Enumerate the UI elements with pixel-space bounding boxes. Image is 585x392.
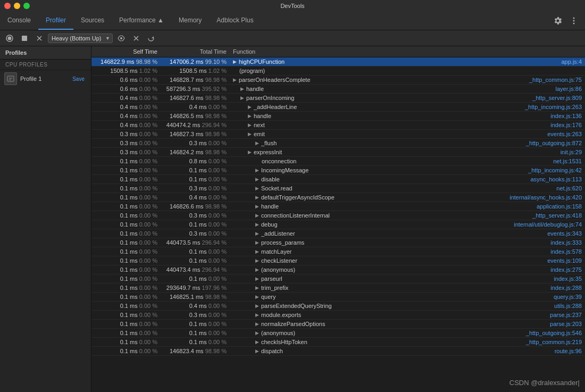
table-row[interactable]: 0.6 ms 0.00 %587296.3 ms 395.92 %▶handle… [91, 85, 585, 94]
expand-arrow-icon[interactable]: ▶ [255, 330, 259, 336]
expand-arrow-icon[interactable]: ▶ [255, 303, 259, 308]
tab-sources[interactable]: Sources [73, 12, 112, 30]
file-link[interactable]: _http_server.js:418 [532, 212, 582, 219]
file-link[interactable]: index.js:288 [550, 285, 582, 291]
eye-icon[interactable] [115, 32, 128, 45]
expand-arrow-icon[interactable]: ▶ [255, 177, 259, 182]
table-row[interactable]: 146822.9 ms 98.98 %147006.2 ms 99.10 %▶h… [91, 57, 585, 66]
view-mode-dropdown[interactable]: Heavy (Bottom Up) Chart Tree (Top Down) [48, 34, 113, 43]
table-row[interactable]: 0.1 ms 0.00 %0.1 ms 0.00 %▶IncomingMessa… [91, 166, 585, 175]
record-icon[interactable] [3, 32, 16, 45]
stop-icon[interactable] [18, 32, 31, 45]
file-link[interactable]: _http_common.js:219 [526, 339, 582, 345]
file-link[interactable]: events.js:263 [547, 131, 582, 137]
expand-arrow-icon[interactable]: ▶ [255, 321, 259, 327]
table-row[interactable]: 0.1 ms 0.00 %0.1 ms 0.00 %▶matchLayerind… [91, 247, 585, 256]
sidebar-profile-1-item[interactable]: Profile 1 Save [0, 70, 91, 87]
close-button[interactable] [4, 3, 11, 9]
file-link[interactable]: internal/util/debuglog.js:74 [514, 221, 582, 228]
file-link[interactable]: index.js:136 [550, 113, 582, 119]
minimize-button[interactable] [14, 3, 20, 9]
table-row[interactable]: 0.1 ms 0.00 %0.8 ms 0.00 %onconnectionne… [91, 157, 585, 166]
expand-arrow-icon[interactable]: ▶ [255, 348, 259, 354]
expand-arrow-icon[interactable]: ▶ [255, 267, 259, 272]
expand-arrow-icon[interactable]: ▶ [255, 285, 259, 290]
file-link[interactable]: _http_outgoing.js:872 [526, 140, 582, 146]
save-profile-button[interactable]: Save [70, 76, 87, 82]
table-row[interactable]: 0.1 ms 0.00 %146826.6 ms 98.98 %▶handlea… [91, 202, 585, 211]
table-row[interactable]: 1508.5 ms 1.02 %1508.5 ms 1.02 %(program… [91, 66, 585, 76]
table-row[interactable]: 0.3 ms 0.00 %146827.3 ms 98.98 %▶emiteve… [91, 130, 585, 139]
expand-arrow-icon[interactable]: ▶ [255, 339, 259, 345]
table-row[interactable]: 0.3 ms 0.00 %146824.2 ms 98.98 %▶express… [91, 148, 585, 157]
file-link[interactable]: query.js:39 [554, 294, 582, 300]
expand-arrow-icon[interactable]: ▶ [255, 168, 259, 173]
file-link[interactable]: events.js:343 [547, 230, 582, 237]
tab-profiler[interactable]: Profiler [38, 12, 73, 30]
file-link[interactable]: index.js:176 [550, 122, 582, 128]
more-icon[interactable] [567, 14, 581, 28]
file-link[interactable]: _http_incoming.js:42 [528, 167, 582, 173]
table-row[interactable]: 0.1 ms 0.00 %0.4 ms 0.00 %▶defaultTrigge… [91, 193, 585, 202]
file-link[interactable]: index.js:275 [550, 266, 582, 273]
table-row[interactable]: 0.1 ms 0.00 %293649.7 ms 197.96 %▶trim_p… [91, 283, 585, 293]
table-row[interactable]: 0.1 ms 0.00 %0.3 ms 0.00 %▶connectionLis… [91, 211, 585, 220]
file-link[interactable]: index.js:578 [550, 248, 582, 255]
file-link[interactable]: utils.js:288 [554, 303, 582, 309]
table-row[interactable]: 0.1 ms 0.00 %0.1 ms 0.00 %▶parseurlindex… [91, 274, 585, 283]
table-row[interactable]: 0.4 ms 0.00 %146826.5 ms 98.98 %▶handlei… [91, 112, 585, 121]
table-row[interactable]: 0.1 ms 0.00 %0.1 ms 0.00 %▶checkListener… [91, 256, 585, 265]
expand-arrow-icon[interactable]: ▶ [255, 312, 259, 318]
profile-table[interactable]: Self Time Total Time Function 146822.9 m… [91, 46, 585, 392]
file-link[interactable]: route.js:96 [555, 348, 582, 354]
file-link[interactable]: net.js:620 [556, 185, 582, 191]
expand-arrow-icon[interactable]: ▶ [255, 249, 259, 254]
file-link[interactable]: _http_server.js:809 [532, 95, 582, 101]
table-row[interactable]: 0.3 ms 0.00 %0.3 ms 0.00 %▶_flush_http_o… [91, 139, 585, 148]
tab-memory[interactable]: Memory [171, 12, 209, 30]
expand-arrow-icon[interactable]: ▶ [248, 113, 252, 119]
settings-icon[interactable] [551, 14, 565, 28]
file-link[interactable]: parse.js:203 [550, 321, 582, 327]
expand-arrow-icon[interactable]: ▶ [255, 140, 259, 146]
expand-arrow-icon[interactable]: ▶ [255, 294, 259, 299]
file-link[interactable]: parse.js:237 [550, 312, 582, 318]
file-link[interactable]: _http_incoming.js:263 [525, 104, 582, 110]
table-row[interactable]: 0.1 ms 0.00 %0.3 ms 0.00 %▶Socket.readne… [91, 184, 585, 193]
table-row[interactable]: 0.1 ms 0.00 %0.1 ms 0.00 %▶disableasync_… [91, 175, 585, 184]
tab-console[interactable]: Console [0, 12, 38, 30]
table-row[interactable]: 0.1 ms 0.00 %440473.5 ms 296.94 %▶proces… [91, 238, 585, 247]
table-row[interactable]: 0.4 ms 0.00 %0.4 ms 0.00 %▶_addHeaderLin… [91, 103, 585, 112]
table-row[interactable]: 0.1 ms 0.00 %0.4 ms 0.00 %▶parseExtended… [91, 302, 585, 311]
col-header-function[interactable]: Function [230, 46, 585, 57]
col-header-self-time[interactable]: Self Time [91, 46, 161, 57]
file-link[interactable]: events.js:109 [547, 257, 582, 264]
clear-icon[interactable] [33, 32, 46, 45]
file-link[interactable]: index.js:35 [554, 276, 582, 282]
expand-arrow-icon[interactable]: ▶ [233, 59, 237, 64]
table-row[interactable]: 0.1 ms 0.00 %146825.1 ms 98.98 %▶queryqu… [91, 293, 585, 302]
expand-arrow-icon[interactable]: ▶ [248, 122, 252, 128]
table-row[interactable]: 0.1 ms 0.00 %0.1 ms 0.00 %▶checkIsHttpTo… [91, 338, 585, 347]
close-filter-icon[interactable] [130, 32, 143, 45]
expand-arrow-icon[interactable]: ▶ [255, 213, 259, 218]
expand-arrow-icon[interactable]: ▶ [255, 204, 259, 209]
expand-arrow-icon[interactable]: ▶ [240, 95, 244, 101]
expand-arrow-icon[interactable]: ▶ [255, 195, 259, 200]
table-row[interactable]: 0.1 ms 0.00 %440473.4 ms 296.94 %▶(anony… [91, 265, 585, 274]
table-row[interactable]: 0.6 ms 0.00 %146828.7 ms 98.98 %▶parserO… [91, 76, 585, 85]
expand-arrow-icon[interactable]: ▶ [233, 77, 237, 82]
table-row[interactable]: 0.1 ms 0.00 %0.1 ms 0.00 %▶debuginternal… [91, 220, 585, 229]
expand-arrow-icon[interactable]: ▶ [248, 131, 252, 137]
file-link[interactable]: async_hooks.js:113 [530, 176, 582, 182]
tab-adblock[interactable]: Adblock Plus [209, 12, 261, 30]
file-link[interactable]: layer.js:86 [555, 86, 582, 92]
file-link[interactable]: application.js:158 [537, 203, 582, 210]
table-row[interactable]: 0.1 ms 0.00 %0.1 ms 0.00 %▶(anonymous)_h… [91, 329, 585, 338]
expand-arrow-icon[interactable]: ▶ [255, 222, 259, 227]
file-link[interactable]: _http_common.js:75 [529, 77, 582, 83]
file-link[interactable]: net.js:1531 [553, 158, 582, 164]
expand-arrow-icon[interactable]: ▶ [255, 186, 259, 191]
file-link[interactable]: app.js:4 [561, 59, 582, 65]
table-row[interactable]: 0.1 ms 0.00 %0.3 ms 0.00 %▶module.export… [91, 311, 585, 320]
